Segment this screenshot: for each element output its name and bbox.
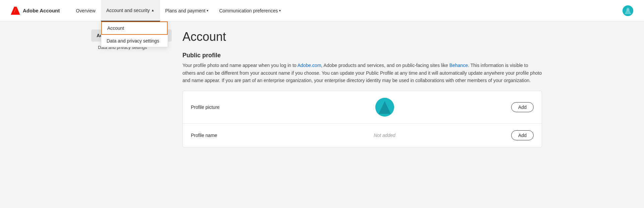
adobe-com-link[interactable]: Adobe.com bbox=[298, 63, 321, 68]
add-profile-picture-button[interactable]: Add bbox=[511, 102, 534, 112]
profile-name-value: Not added bbox=[258, 133, 511, 138]
account-security-dropdown: Account Data and privacy settings bbox=[101, 21, 168, 47]
nav-plans-label: Plans and payment bbox=[165, 8, 206, 13]
dropdown-item-account[interactable]: Account bbox=[101, 21, 168, 35]
profile-avatar bbox=[375, 98, 394, 117]
sidebar: Account Data and privacy settings bbox=[91, 21, 172, 208]
nav-items: Overview Account and security ▲ Account … bbox=[70, 0, 623, 21]
profile-picture-label: Profile picture bbox=[191, 105, 258, 110]
avatar-icon bbox=[623, 5, 633, 16]
svg-point-4 bbox=[626, 8, 630, 11]
profile-picture-row: Profile picture Add bbox=[183, 91, 542, 124]
main-content: Account Public profile Your profile phot… bbox=[172, 21, 553, 208]
profile-name-label: Profile name bbox=[191, 133, 258, 138]
nav-account-security-label: Account and security bbox=[106, 8, 150, 13]
behance-link[interactable]: Behance bbox=[449, 63, 468, 68]
profile-card: Profile picture Add bbox=[182, 91, 542, 147]
chevron-up-icon: ▲ bbox=[151, 8, 155, 12]
public-profile-title: Public profile bbox=[182, 52, 542, 59]
page-container: Account Data and privacy settings Accoun… bbox=[80, 21, 564, 208]
nav-item-overview[interactable]: Overview bbox=[70, 0, 101, 21]
profile-name-row: Profile name Not added Add bbox=[183, 124, 542, 147]
add-profile-name-button[interactable]: Add bbox=[511, 130, 534, 140]
adobe-icon bbox=[11, 7, 20, 15]
adobe-logo[interactable]: Adobe Account bbox=[11, 7, 60, 15]
avatar[interactable] bbox=[623, 5, 633, 16]
nav-item-account-security[interactable]: Account and security ▲ Account Data and … bbox=[101, 0, 160, 21]
chevron-down-icon-plans: ▾ bbox=[207, 9, 208, 12]
profile-avatar-icon bbox=[375, 98, 394, 117]
nav-overview-label: Overview bbox=[76, 8, 95, 13]
dropdown-data-privacy-label: Data and privacy settings bbox=[107, 38, 159, 44]
public-profile-description: Your profile photo and name appear when … bbox=[182, 62, 542, 84]
nav-right bbox=[623, 5, 633, 16]
dropdown-account-label: Account bbox=[107, 25, 124, 31]
desc-text-2: , Adobe products and services, and on pu… bbox=[321, 63, 449, 68]
page-title: Account bbox=[182, 29, 542, 44]
dropdown-item-data-privacy[interactable]: Data and privacy settings bbox=[101, 35, 168, 47]
public-profile-section: Public profile Your profile photo and na… bbox=[182, 52, 542, 147]
logo-text: Adobe Account bbox=[23, 8, 60, 13]
nav-item-communication[interactable]: Communication preferences ▾ bbox=[214, 0, 286, 21]
nav-item-plans-payment[interactable]: Plans and payment ▾ bbox=[160, 0, 214, 21]
profile-picture-value bbox=[258, 98, 511, 117]
chevron-down-icon-comm: ▾ bbox=[279, 9, 281, 12]
desc-text-1: Your profile photo and name appear when … bbox=[182, 63, 298, 68]
top-navigation: Adobe Account Overview Account and secur… bbox=[0, 0, 644, 21]
nav-communication-label: Communication preferences bbox=[219, 8, 278, 13]
profile-name-not-added: Not added bbox=[374, 133, 395, 138]
